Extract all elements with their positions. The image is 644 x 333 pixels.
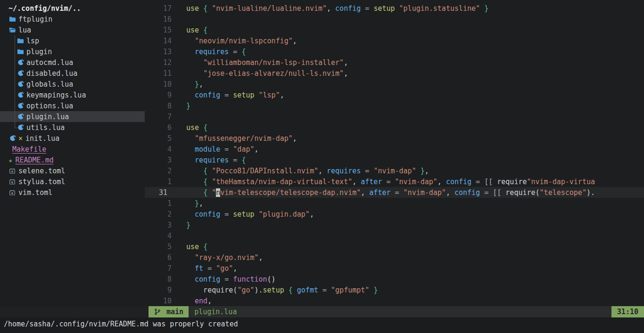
tree-item-label: options.lua <box>26 102 73 110</box>
line-number: 12 <box>145 58 177 67</box>
code-token <box>229 275 233 284</box>
code-token: = <box>224 145 229 154</box>
code-line[interactable]: 1 }, <box>145 198 644 209</box>
code-line[interactable]: 9 config = setup "lsp", <box>145 89 644 100</box>
code-line[interactable]: 2 { "Pocco81/DAPInstall.nvim", requires … <box>145 165 644 176</box>
code-token: "nvim-dap" <box>404 188 446 197</box>
tree-item-selene-toml[interactable]: selene.toml <box>0 165 145 176</box>
line-number: 15 <box>145 26 177 34</box>
tree-item-stylua-toml[interactable]: stylua.toml <box>0 176 145 187</box>
code-token: "nvim-lualine/lualine.nvim" <box>212 4 327 13</box>
code-token <box>361 4 365 13</box>
code-token: , <box>361 188 369 197</box>
lua-icon <box>17 81 24 88</box>
code-token: "nvim-dap-virtua <box>527 178 595 186</box>
tree-item-utils-lua[interactable]: utils.lua <box>0 122 145 133</box>
code-line[interactable]: 7 <box>145 111 644 122</box>
line-number: 9 <box>145 286 177 294</box>
code-text: config = setup "plugin.dap", <box>177 210 644 219</box>
code-token: } <box>373 286 378 294</box>
code-token <box>220 275 224 284</box>
code-token <box>186 58 203 67</box>
code-token: "mfussenegger/nvim-dap" <box>195 134 293 143</box>
code-line[interactable]: 9 require("go").setup { gofmt = "gpfumpt… <box>145 284 644 295</box>
tree-item-ftplugin[interactable]: ftplugin <box>0 14 145 24</box>
code-token: { <box>203 188 207 197</box>
toml-icon <box>8 167 16 175</box>
code-text: module = "dap", <box>177 145 644 154</box>
tree-item-disabled-lua[interactable]: disabled.lua <box>0 68 145 79</box>
code-token: = <box>365 167 369 175</box>
code-line[interactable]: 8 config = function() <box>145 274 644 284</box>
tree-item-lsp[interactable]: lsp <box>0 35 145 46</box>
code-token: , <box>344 58 348 67</box>
line-number: 8 <box>145 275 177 284</box>
line-number: 31 <box>145 188 177 197</box>
code-token <box>327 286 331 294</box>
tree-item-label: vim.toml <box>18 188 52 197</box>
code-token: { <box>203 178 207 186</box>
code-token: use <box>186 243 199 251</box>
code-token <box>186 91 195 99</box>
code-line[interactable]: 4 module = "dap", <box>145 144 644 154</box>
code-line[interactable]: 10 end, <box>145 295 644 306</box>
code-token <box>199 26 203 34</box>
code-line[interactable]: 13 requires = { <box>145 46 644 57</box>
code-line[interactable]: 8} <box>145 100 644 111</box>
code-token: } <box>195 199 199 208</box>
code-line[interactable]: 11 "jose-elias-alvarez/null-ls.nvim", <box>145 68 644 79</box>
tree-item-plugin[interactable]: plugin <box>0 46 145 57</box>
code-token <box>186 178 203 186</box>
tree-item-globals-lua[interactable]: globals.lua <box>0 79 145 89</box>
code-line-current[interactable]: 31 { "nvim-telescope/telescope-dap.nvim"… <box>145 187 644 198</box>
code-token <box>186 80 195 89</box>
tree-item-makefile[interactable]: Makefile <box>0 144 145 154</box>
code-token: = <box>224 91 229 99</box>
tree-item-autocmd-lua[interactable]: autocmd.lua <box>0 57 145 68</box>
code-token: } <box>186 102 190 110</box>
code-line[interactable]: 15use { <box>145 24 644 35</box>
tree-item-readme-md[interactable]: ★README.md <box>0 154 145 165</box>
code-token: , <box>233 264 237 273</box>
line-number: 8 <box>145 102 177 110</box>
code-token <box>186 297 195 305</box>
line-number: 16 <box>145 15 177 24</box>
code-line[interactable]: 2 config = setup "plugin.dap", <box>145 209 644 219</box>
code-text: use { <box>177 123 644 132</box>
lua-icon <box>17 113 24 121</box>
statusline-spacer <box>242 306 611 317</box>
editor-buffer[interactable]: 17use { "nvim-lualine/lualine.nvim", con… <box>145 0 644 306</box>
code-line[interactable]: 6use { <box>145 122 644 133</box>
code-line[interactable]: 17use { "nvim-lualine/lualine.nvim", con… <box>145 3 644 14</box>
code-line[interactable]: 3} <box>145 219 644 230</box>
code-token: "dap" <box>233 145 254 154</box>
tree-item-options-lua[interactable]: options.lua <box>0 100 145 111</box>
code-token: = <box>476 178 480 186</box>
tree-item-lua[interactable]: lua <box>0 24 145 35</box>
code-token: } <box>195 80 199 89</box>
code-token <box>488 188 493 197</box>
code-line[interactable]: 6 "ray-x/go.nvim", <box>145 252 644 263</box>
code-token: ft <box>195 264 203 273</box>
tree-root-path[interactable]: ~/.config/nvim/.. <box>0 3 145 14</box>
code-line[interactable]: 5use { <box>145 241 644 252</box>
tree-item-vim-toml[interactable]: vim.toml <box>0 187 145 198</box>
code-token: config <box>195 210 220 219</box>
tree-item-plugin-lua[interactable]: plugin.lua <box>0 111 145 122</box>
code-line[interactable]: 7 ft = "go", <box>145 263 644 274</box>
code-line[interactable]: 3 requires = { <box>145 154 644 165</box>
code-line[interactable]: 4 <box>145 230 644 241</box>
line-number: 4 <box>145 232 177 240</box>
code-line[interactable]: 1 { "theHamsta/nvim-dap-virtual-text", a… <box>145 176 644 187</box>
code-line[interactable]: 16 <box>145 14 644 24</box>
tree-item-init-lua[interactable]: ×init.lua <box>0 133 145 144</box>
code-token: end <box>195 297 207 305</box>
code-text: config = function() <box>177 275 644 284</box>
code-line[interactable]: 5 "mfussenegger/nvim-dap", <box>145 133 644 144</box>
tree-item-keymapings-lua[interactable]: keymapings.lua <box>0 89 145 100</box>
code-line[interactable]: 10 }, <box>145 79 644 89</box>
code-line[interactable]: 14 "neovim/nvim-lspconfig", <box>145 35 644 46</box>
code-token: = <box>207 264 212 273</box>
code-line[interactable]: 12 "williamboman/nvim-lsp-installer", <box>145 57 644 68</box>
code-token: "theHamsta/nvim-dap-virtual-text" <box>212 178 352 186</box>
